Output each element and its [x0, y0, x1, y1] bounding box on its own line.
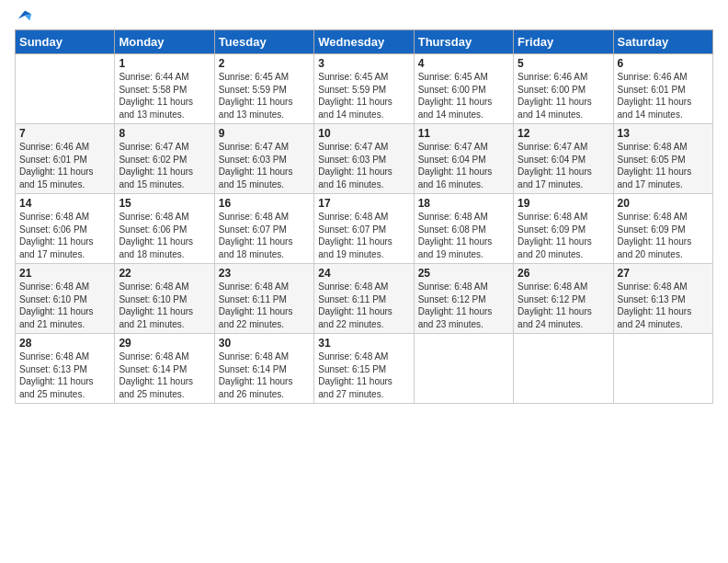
calendar-cell: 20Sunrise: 6:48 AM Sunset: 6:09 PM Dayli… [613, 194, 712, 264]
calendar-cell: 28Sunrise: 6:48 AM Sunset: 6:13 PM Dayli… [16, 334, 115, 404]
day-number: 31 [318, 337, 409, 350]
week-row-2: 7Sunrise: 6:46 AM Sunset: 6:01 PM Daylig… [16, 124, 713, 194]
calendar-cell: 12Sunrise: 6:47 AM Sunset: 6:04 PM Dayli… [514, 124, 613, 194]
calendar-cell: 4Sunrise: 6:45 AM Sunset: 6:00 PM Daylig… [414, 54, 513, 124]
calendar-cell: 7Sunrise: 6:46 AM Sunset: 6:01 PM Daylig… [16, 124, 115, 194]
week-row-3: 14Sunrise: 6:48 AM Sunset: 6:06 PM Dayli… [16, 194, 713, 264]
day-number: 15 [119, 197, 210, 210]
calendar-cell [16, 54, 115, 124]
day-info: Sunrise: 6:48 AM Sunset: 6:11 PM Dayligh… [219, 281, 310, 330]
calendar-cell: 29Sunrise: 6:48 AM Sunset: 6:14 PM Dayli… [115, 334, 214, 404]
header-cell-friday: Friday [514, 30, 613, 54]
calendar-table: SundayMondayTuesdayWednesdayThursdayFrid… [15, 29, 713, 404]
calendar-cell [514, 334, 613, 404]
calendar-cell: 24Sunrise: 6:48 AM Sunset: 6:11 PM Dayli… [314, 264, 414, 334]
calendar-cell: 10Sunrise: 6:47 AM Sunset: 6:03 PM Dayli… [314, 124, 414, 194]
day-info: Sunrise: 6:48 AM Sunset: 6:11 PM Dayligh… [318, 281, 409, 330]
day-info: Sunrise: 6:48 AM Sunset: 6:14 PM Dayligh… [119, 350, 210, 400]
day-number: 29 [119, 337, 210, 350]
day-info: Sunrise: 6:47 AM Sunset: 6:04 PM Dayligh… [418, 141, 509, 190]
calendar-cell: 2Sunrise: 6:45 AM Sunset: 5:59 PM Daylig… [214, 54, 313, 124]
day-info: Sunrise: 6:48 AM Sunset: 6:12 PM Dayligh… [518, 281, 609, 330]
day-number: 4 [418, 57, 509, 70]
day-number: 6 [618, 57, 709, 70]
header-cell-sunday: Sunday [16, 30, 115, 54]
day-number: 11 [418, 127, 509, 140]
calendar-cell: 27Sunrise: 6:48 AM Sunset: 6:13 PM Dayli… [613, 264, 712, 334]
day-info: Sunrise: 6:46 AM Sunset: 6:01 PM Dayligh… [618, 71, 709, 121]
calendar-cell: 16Sunrise: 6:48 AM Sunset: 6:07 PM Dayli… [214, 194, 313, 264]
logo [15, 15, 33, 20]
day-info: Sunrise: 6:48 AM Sunset: 6:14 PM Dayligh… [219, 350, 310, 400]
day-number: 10 [318, 127, 409, 140]
day-number: 18 [418, 197, 509, 210]
day-number: 20 [618, 197, 709, 210]
calendar-cell: 31Sunrise: 6:48 AM Sunset: 6:15 PM Dayli… [314, 334, 414, 404]
calendar-cell: 9Sunrise: 6:47 AM Sunset: 6:03 PM Daylig… [214, 124, 313, 194]
day-info: Sunrise: 6:48 AM Sunset: 6:08 PM Dayligh… [418, 211, 509, 260]
header-cell-tuesday: Tuesday [214, 30, 313, 54]
day-number: 7 [19, 127, 110, 140]
calendar-cell [613, 334, 712, 404]
logo-bird-icon [17, 7, 33, 24]
day-info: Sunrise: 6:48 AM Sunset: 6:15 PM Dayligh… [318, 350, 409, 400]
day-number: 23 [219, 267, 310, 280]
day-info: Sunrise: 6:48 AM Sunset: 6:09 PM Dayligh… [618, 211, 709, 260]
day-number: 30 [219, 337, 310, 350]
day-info: Sunrise: 6:45 AM Sunset: 5:59 PM Dayligh… [318, 71, 409, 121]
day-number: 22 [119, 267, 210, 280]
calendar-cell: 23Sunrise: 6:48 AM Sunset: 6:11 PM Dayli… [214, 264, 313, 334]
day-number: 14 [19, 197, 110, 210]
day-number: 3 [318, 57, 409, 70]
day-info: Sunrise: 6:46 AM Sunset: 6:01 PM Dayligh… [19, 141, 110, 190]
calendar-cell: 5Sunrise: 6:46 AM Sunset: 6:00 PM Daylig… [514, 54, 613, 124]
week-row-5: 28Sunrise: 6:48 AM Sunset: 6:13 PM Dayli… [16, 334, 713, 404]
calendar-header: SundayMondayTuesdayWednesdayThursdayFrid… [16, 30, 713, 54]
calendar-cell: 22Sunrise: 6:48 AM Sunset: 6:10 PM Dayli… [115, 264, 214, 334]
day-number: 12 [518, 127, 609, 140]
calendar-cell [414, 334, 513, 404]
calendar-cell: 25Sunrise: 6:48 AM Sunset: 6:12 PM Dayli… [414, 264, 513, 334]
day-number: 21 [19, 267, 110, 280]
calendar-cell: 14Sunrise: 6:48 AM Sunset: 6:06 PM Dayli… [16, 194, 115, 264]
day-info: Sunrise: 6:48 AM Sunset: 6:07 PM Dayligh… [219, 211, 310, 260]
day-number: 16 [219, 197, 310, 210]
header-cell-monday: Monday [115, 30, 214, 54]
calendar-cell: 30Sunrise: 6:48 AM Sunset: 6:14 PM Dayli… [214, 334, 313, 404]
day-number: 5 [518, 57, 609, 70]
day-info: Sunrise: 6:45 AM Sunset: 6:00 PM Dayligh… [418, 71, 509, 121]
day-number: 1 [119, 57, 210, 70]
calendar-cell: 17Sunrise: 6:48 AM Sunset: 6:07 PM Dayli… [314, 194, 414, 264]
day-info: Sunrise: 6:47 AM Sunset: 6:03 PM Dayligh… [219, 141, 310, 190]
day-info: Sunrise: 6:46 AM Sunset: 6:00 PM Dayligh… [518, 71, 609, 121]
calendar-cell: 8Sunrise: 6:47 AM Sunset: 6:02 PM Daylig… [115, 124, 214, 194]
calendar-cell: 26Sunrise: 6:48 AM Sunset: 6:12 PM Dayli… [514, 264, 613, 334]
calendar-cell: 1Sunrise: 6:44 AM Sunset: 5:58 PM Daylig… [115, 54, 214, 124]
header [15, 15, 713, 20]
calendar-cell: 19Sunrise: 6:48 AM Sunset: 6:09 PM Dayli… [514, 194, 613, 264]
week-row-1: 1Sunrise: 6:44 AM Sunset: 5:58 PM Daylig… [16, 54, 713, 124]
day-number: 25 [418, 267, 509, 280]
day-number: 2 [219, 57, 310, 70]
day-info: Sunrise: 6:48 AM Sunset: 6:13 PM Dayligh… [19, 350, 110, 400]
day-info: Sunrise: 6:48 AM Sunset: 6:06 PM Dayligh… [119, 211, 210, 260]
calendar-cell: 6Sunrise: 6:46 AM Sunset: 6:01 PM Daylig… [613, 54, 712, 124]
day-number: 28 [19, 337, 110, 350]
header-cell-wednesday: Wednesday [314, 30, 414, 54]
day-info: Sunrise: 6:48 AM Sunset: 6:12 PM Dayligh… [418, 281, 509, 330]
day-number: 9 [219, 127, 310, 140]
day-info: Sunrise: 6:48 AM Sunset: 6:10 PM Dayligh… [19, 281, 110, 330]
day-number: 17 [318, 197, 409, 210]
calendar-cell: 3Sunrise: 6:45 AM Sunset: 5:59 PM Daylig… [314, 54, 414, 124]
day-number: 26 [518, 267, 609, 280]
day-number: 13 [618, 127, 709, 140]
day-info: Sunrise: 6:48 AM Sunset: 6:05 PM Dayligh… [618, 141, 709, 190]
day-number: 19 [518, 197, 609, 210]
day-info: Sunrise: 6:45 AM Sunset: 5:59 PM Dayligh… [219, 71, 310, 121]
header-row: SundayMondayTuesdayWednesdayThursdayFrid… [16, 30, 713, 54]
calendar-cell: 11Sunrise: 6:47 AM Sunset: 6:04 PM Dayli… [414, 124, 513, 194]
day-info: Sunrise: 6:48 AM Sunset: 6:10 PM Dayligh… [119, 281, 210, 330]
calendar-cell: 13Sunrise: 6:48 AM Sunset: 6:05 PM Dayli… [613, 124, 712, 194]
week-row-4: 21Sunrise: 6:48 AM Sunset: 6:10 PM Dayli… [16, 264, 713, 334]
day-info: Sunrise: 6:44 AM Sunset: 5:58 PM Dayligh… [119, 71, 210, 121]
